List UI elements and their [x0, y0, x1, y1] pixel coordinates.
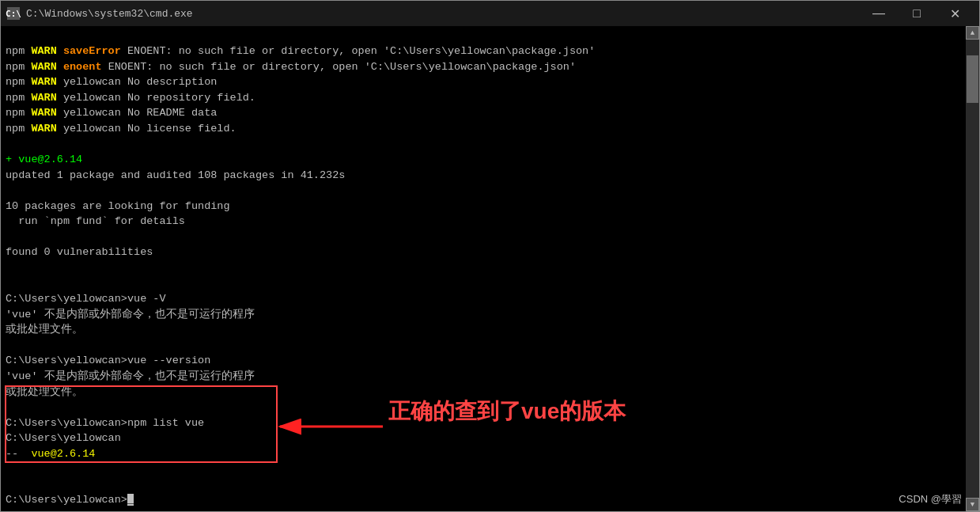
scroll-thumb[interactable] [967, 55, 978, 103]
terminal-line: 或批处理文件。 [6, 322, 961, 338]
cmd-icon: C:\ [7, 7, 20, 20]
minimize-button[interactable]: — [861, 1, 897, 26]
terminal-line: npm WARN yellowcan No README data [6, 105, 961, 121]
scroll-up-button[interactable]: ▲ [966, 26, 979, 40]
terminal-line [6, 477, 961, 493]
window-controls: — □ ✕ [861, 1, 973, 26]
terminal-line: C:\Users\yellowcan [6, 430, 961, 446]
terminal-line: run `npm fund` for details [6, 214, 961, 229]
close-button[interactable]: ✕ [936, 1, 973, 26]
terminal-line: C:\Users\yellowcan>vue -V [6, 291, 961, 307]
terminal-line: C:\Users\yellowcan>vue --version [6, 353, 961, 369]
scrollbar[interactable]: ▲ ▼ [966, 26, 979, 511]
terminal-line [6, 229, 961, 245]
terminal-line: npm WARN yellowcan No description [6, 74, 961, 90]
terminal-line [6, 400, 961, 415]
terminal-line: 10 packages are looking for funding [6, 199, 961, 214]
terminal-line [6, 338, 961, 354]
terminal-output[interactable]: npm WARN saveError ENOENT: no such file … [1, 26, 966, 511]
terminal-line [6, 260, 961, 276]
scroll-track [966, 40, 979, 498]
terminal-line [6, 183, 961, 199]
terminal-line: C:\Users\yellowcan>_ [6, 492, 961, 508]
scroll-down-button[interactable]: ▼ [966, 498, 979, 511]
terminal-line [6, 137, 961, 153]
terminal-line: -- vue@2.6.14 [6, 446, 961, 462]
terminal-line: + vue@2.6.14 [6, 152, 961, 168]
maximize-button[interactable]: □ [899, 1, 935, 26]
terminal-line: 'vue' 不是内部或外部命令，也不是可运行的程序 [6, 307, 961, 323]
terminal-line [6, 276, 961, 292]
terminal-line [6, 461, 961, 477]
terminal-line: npm WARN enoent ENOENT: no such file or … [6, 59, 961, 75]
terminal-line: 'vue' 不是内部或外部命令，也不是可运行的程序 [6, 369, 961, 385]
terminal-body: npm WARN saveError ENOENT: no such file … [1, 26, 979, 511]
terminal-line: 或批处理文件。 [6, 385, 961, 400]
terminal-line: found 0 vulnerabilities [6, 245, 961, 260]
title-bar: C:\ C:\Windows\system32\cmd.exe — □ ✕ [1, 1, 979, 26]
terminal-line: npm WARN yellowcan No repository field. [6, 90, 961, 106]
window-title: C:\Windows\system32\cmd.exe [26, 8, 861, 20]
terminal-line: npm WARN saveError ENOENT: no such file … [6, 44, 961, 59]
terminal-line: C:\Users\yellowcan>npm list vue [6, 415, 961, 431]
terminal-line: updated 1 package and audited 108 packag… [6, 168, 961, 184]
terminal-line: npm WARN yellowcan No license field. [6, 121, 961, 137]
